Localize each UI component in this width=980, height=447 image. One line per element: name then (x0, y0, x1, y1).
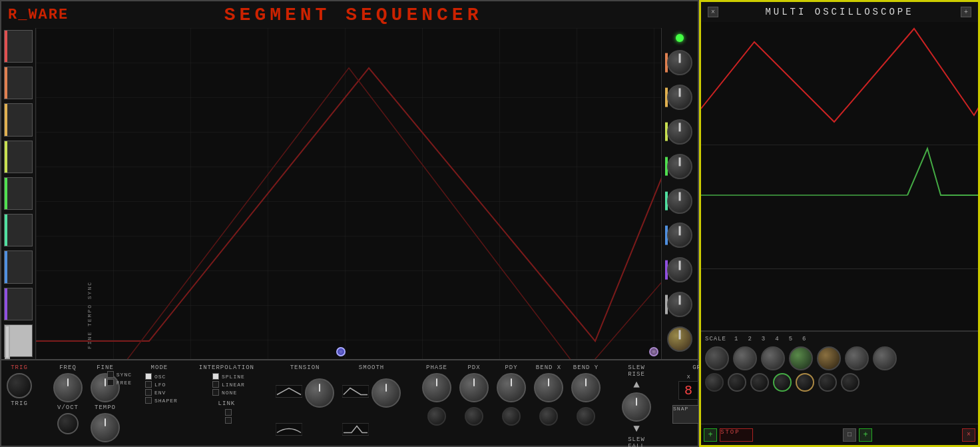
link-led-2[interactable] (225, 417, 232, 424)
seq-grid[interactable] (36, 28, 661, 359)
bendx-knob[interactable] (534, 373, 563, 402)
tension-knob[interactable] (305, 378, 334, 408)
track-btn-8[interactable] (4, 288, 33, 320)
osc-screen-3 (701, 269, 978, 330)
chan-labels: 1 2 3 4 5 6 (734, 336, 806, 342)
output-knob-5[interactable] (667, 189, 692, 214)
slew-rise-knob[interactable] (622, 392, 651, 422)
osc-chan5-knob[interactable] (845, 346, 869, 370)
tension-wave-2 (276, 411, 302, 447)
tempo-knob[interactable] (91, 413, 120, 442)
svg-rect-0 (36, 28, 661, 359)
trig-sub-label: TRIG (11, 400, 28, 407)
pdx-label: PDX (467, 364, 480, 371)
free-led[interactable] (107, 379, 114, 386)
track-btn-1[interactable] (4, 30, 33, 63)
mode-osc-led[interactable] (145, 373, 152, 380)
osc-chan2-jack[interactable] (750, 373, 769, 392)
osc-chan5-jack[interactable] (818, 373, 837, 392)
track-btn-2[interactable] (4, 67, 33, 99)
output-knob-7[interactable] (667, 257, 692, 282)
track-btn-9[interactable] (4, 324, 33, 357)
track-buttons (1, 28, 36, 359)
smooth-knob[interactable] (371, 378, 401, 408)
osc-bottom-plus2[interactable]: + (859, 428, 872, 442)
smooth-group: SMOOTH (342, 364, 401, 447)
output-knob-9[interactable] (667, 326, 692, 352)
interp-spline-led[interactable] (212, 373, 219, 380)
osc-chan3-knob[interactable] (789, 346, 813, 370)
link-sw-2 (225, 417, 232, 424)
logo: R_WARE (8, 7, 69, 23)
output-knob-8[interactable] (667, 292, 692, 317)
output-jack-2[interactable] (665, 81, 694, 113)
bendy-knob[interactable] (571, 373, 601, 402)
osc-chan6-knob[interactable] (873, 346, 897, 370)
output-jack-8[interactable] (665, 288, 694, 320)
seq-header: R_WARE SEGMENT SEQUENCER (1, 1, 698, 28)
osc-chan1-knob[interactable] (733, 346, 757, 370)
osc-scale-jack-sm[interactable] (705, 373, 724, 392)
output-knob-4[interactable] (667, 154, 692, 179)
snap-x-btn[interactable]: SNAP (672, 405, 699, 424)
bendy-label: BEND Y (573, 364, 599, 371)
osc-scale-knob[interactable] (705, 346, 729, 370)
osc-bb-btn1[interactable]: □ (843, 428, 856, 442)
output-knob-3[interactable] (667, 119, 692, 145)
tension-group: TENSION (276, 364, 334, 447)
osc-bottom-close[interactable]: × (962, 428, 975, 442)
osc-bottom-bar: + STOP □ + × (701, 424, 978, 445)
bendx-label: BEND X (536, 364, 561, 371)
pdy-jack[interactable] (502, 407, 521, 426)
track-btn-7[interactable] (4, 250, 33, 283)
output-jack-7[interactable] (665, 254, 694, 286)
output-jack-5[interactable] (665, 185, 694, 217)
track-btn-5[interactable] (4, 177, 33, 210)
osc-screen-1 (701, 22, 978, 145)
track-btn-6[interactable] (4, 214, 33, 246)
pdy-knob[interactable] (497, 373, 526, 402)
osc-add-corner[interactable]: + (961, 7, 971, 17)
output-jack-1[interactable] (665, 47, 694, 79)
bendy-group: BEND Y (571, 364, 601, 426)
right-outputs (661, 28, 698, 359)
trig-jack-input[interactable] (7, 373, 32, 398)
output-jack-6[interactable] (665, 219, 694, 251)
output-jack-9[interactable] (665, 323, 694, 355)
output-knob-6[interactable] (667, 223, 692, 248)
link-led-1[interactable] (225, 409, 232, 416)
osc-bottom-add[interactable]: + (704, 428, 717, 442)
track-btn-4[interactable] (4, 141, 33, 173)
osc-chan1-jack[interactable] (728, 373, 746, 392)
osc-chan4-knob[interactable] (817, 346, 841, 370)
phase-knob[interactable] (422, 373, 451, 402)
track-btn-3[interactable] (4, 103, 33, 136)
pdy-group: PDY (497, 364, 526, 426)
voct-jack[interactable] (57, 413, 79, 434)
interp-linear-led[interactable] (212, 381, 219, 388)
osc-chan4-jack[interactable] (796, 373, 814, 392)
mode-shaper-led[interactable] (145, 397, 152, 404)
osc-close-corner[interactable]: × (708, 7, 718, 17)
link-label: LINK (218, 400, 236, 407)
osc-chan2-knob[interactable] (761, 346, 785, 370)
osc-stop-btn[interactable]: STOP (720, 428, 753, 442)
mode-env-led[interactable] (145, 389, 152, 396)
pdx-knob[interactable] (459, 373, 489, 402)
output-knob-2[interactable] (667, 85, 692, 110)
osc-chan6-jack[interactable] (841, 373, 859, 392)
oscilloscope-panel: × MULTI OSCILLOSCOPE + (699, 0, 980, 447)
osc-chan3-jack[interactable] (773, 373, 792, 392)
bendx-jack[interactable] (539, 407, 558, 426)
mode-lfo-led[interactable] (145, 381, 152, 388)
bendy-jack[interactable] (577, 407, 595, 426)
output-knob-1[interactable] (667, 50, 692, 75)
sync-led[interactable] (107, 371, 114, 378)
phase-jack[interactable] (427, 407, 446, 426)
pdx-jack[interactable] (465, 407, 483, 426)
freq-knob[interactable] (53, 373, 83, 402)
output-jack-4[interactable] (665, 151, 694, 183)
interp-none-led[interactable] (212, 389, 219, 396)
osc-header: × MULTI OSCILLOSCOPE + (701, 2, 978, 22)
output-jack-3[interactable] (665, 116, 694, 148)
